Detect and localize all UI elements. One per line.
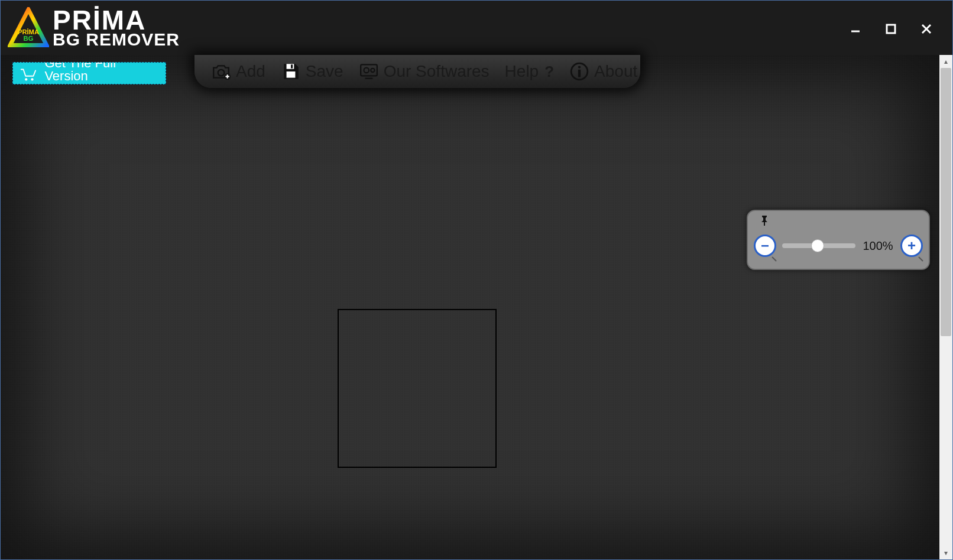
our-softwares-label: Our Softwares: [384, 62, 490, 81]
svg-point-15: [364, 68, 369, 73]
main-toolbar: Add Save Our Softwares Help ?: [195, 55, 640, 88]
maximize-button[interactable]: [881, 19, 900, 38]
our-softwares-button[interactable]: Our Softwares: [359, 61, 490, 82]
title-bar: PRİMA BG PRİMA BG REMOVER: [1, 1, 952, 55]
pin-icon[interactable]: [758, 214, 770, 226]
svg-point-5: [25, 78, 27, 80]
zoom-in-button[interactable]: +: [900, 235, 923, 257]
svg-rect-12: [286, 71, 295, 78]
zoom-slider-knob[interactable]: [811, 239, 824, 252]
close-button[interactable]: [917, 19, 936, 38]
minimize-button[interactable]: [846, 19, 865, 38]
get-full-version-label: Get The Full Version: [44, 62, 161, 83]
info-icon: [569, 61, 589, 82]
logo-line1: PRİMA: [53, 9, 180, 32]
svg-point-6: [31, 78, 33, 80]
canvas-placeholder[interactable]: [338, 309, 497, 468]
get-full-version-button[interactable]: Get The Full Version: [12, 62, 166, 84]
logo-text: PRİMA BG REMOVER: [53, 9, 180, 47]
logo-line2: BG REMOVER: [53, 32, 180, 47]
zoom-value-label: 100%: [861, 239, 894, 253]
help-button[interactable]: Help ?: [505, 62, 554, 81]
scroll-down-button[interactable]: ▾: [939, 546, 952, 559]
zoom-slider[interactable]: [782, 243, 855, 248]
help-label: Help: [505, 62, 539, 81]
scroll-thumb[interactable]: [941, 68, 951, 336]
softwares-icon: [359, 61, 379, 82]
app-logo: PRİMA BG PRİMA BG REMOVER: [8, 7, 180, 48]
canvas-area[interactable]: Get The Full Version Add Save: [1, 55, 939, 559]
camera-add-icon: [211, 61, 231, 82]
scroll-up-button[interactable]: ▴: [939, 55, 952, 68]
add-button[interactable]: Add: [211, 61, 265, 82]
add-label: Add: [236, 62, 265, 81]
minus-icon: −: [761, 237, 769, 254]
save-button[interactable]: Save: [281, 61, 343, 82]
about-label: About: [594, 62, 637, 81]
zoom-out-button[interactable]: −: [754, 235, 776, 257]
cart-icon: [18, 64, 37, 84]
save-icon: [281, 61, 301, 82]
svg-rect-2: [887, 25, 895, 33]
vertical-scrollbar[interactable]: ▴ ▾: [939, 55, 952, 559]
scroll-track[interactable]: [939, 68, 952, 546]
window-controls: [846, 17, 948, 38]
logo-badge-text2: BG: [24, 35, 34, 42]
help-question-icon: ?: [544, 63, 554, 81]
svg-point-16: [371, 69, 374, 72]
app-window: PRİMA BG PRİMA BG REMOVER: [0, 0, 953, 560]
svg-rect-20: [578, 70, 581, 77]
about-button[interactable]: About: [569, 61, 637, 82]
logo-triangle-icon: PRİMA BG: [8, 7, 49, 48]
svg-point-19: [578, 66, 581, 68]
zoom-panel: − 100% +: [747, 210, 930, 270]
svg-rect-13: [291, 64, 293, 68]
svg-rect-11: [286, 64, 294, 69]
content-area: Get The Full Version Add Save: [1, 55, 952, 559]
zoom-controls: − 100% +: [754, 226, 923, 265]
logo-badge-text1: PRİMA: [18, 28, 39, 35]
svg-point-7: [218, 70, 225, 76]
plus-icon: +: [907, 237, 916, 254]
save-label: Save: [306, 62, 343, 81]
